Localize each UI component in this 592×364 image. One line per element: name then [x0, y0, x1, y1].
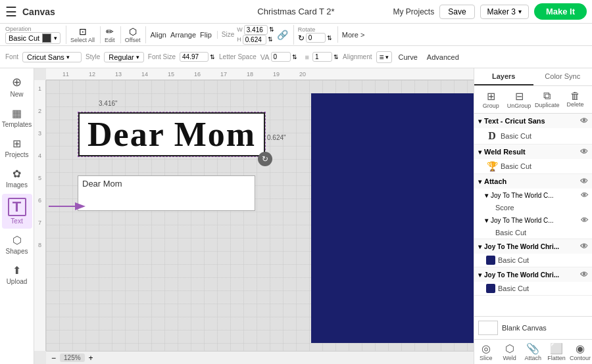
font-size-stepper[interactable]: ⇅: [210, 54, 215, 60]
sidebar-item-new[interactable]: ⊕ New: [2, 71, 32, 102]
delete-icon: 🗑: [570, 90, 580, 101]
advanced-label[interactable]: Advanced: [424, 53, 462, 61]
align-label[interactable]: Align: [150, 31, 166, 39]
panel-tabs: Layers Color Sync: [474, 68, 592, 86]
canvas-area[interactable]: 11 12 13 14 15 16 17 18 19 20 1234 5678 …: [34, 68, 474, 364]
layer-item-weld-basic-cut[interactable]: 🏆 Basic Cut: [474, 159, 592, 173]
contour-button[interactable]: ◉ Contour: [568, 340, 592, 364]
flip-label[interactable]: Flip: [200, 31, 212, 39]
make-it-button[interactable]: Make It: [534, 3, 587, 20]
bottom-tools: ◎ Slice ⬡ Weld 📎 Attach ⬜ Flatten ◉ Cont…: [474, 339, 592, 364]
operation-value: Basic Cut: [9, 34, 39, 42]
line-space-icon: ≡: [305, 53, 311, 61]
ungroup-button[interactable]: ⊟ UnGroup: [505, 89, 533, 110]
eye-icon[interactable]: 👁: [581, 191, 588, 199]
attach-joy2-subgroup: ▾ Joy To The World C... 👁 Basic Cut: [474, 214, 592, 239]
app-title: Canvas: [22, 7, 55, 17]
blank-canvas-swatch[interactable]: [478, 321, 498, 335]
text-element[interactable]: Dear Mom ↻: [78, 112, 266, 157]
maker-button[interactable]: Maker 3 ▾: [480, 5, 529, 19]
width-stepper-icon[interactable]: ⇅: [269, 26, 274, 33]
layer-header-attach[interactable]: ▾ Attach 👁: [474, 174, 592, 189]
layer-header-joy2[interactable]: ▾ Joy To The World C... 👁: [480, 214, 592, 227]
eye-icon[interactable]: 👁: [580, 177, 588, 186]
contour-label: Contour: [570, 355, 591, 361]
layer-header-weld[interactable]: ▾ Weld Result 👁: [474, 145, 592, 159]
duplicate-label: Duplicate: [535, 102, 560, 108]
layer-header-joy-chri1[interactable]: ▾ Joy To The World Chri... 👁: [474, 239, 592, 254]
select-all-label[interactable]: Select All: [70, 37, 95, 43]
menu-icon[interactable]: ☰: [5, 4, 17, 20]
joy-chri1-basic-label: Basic Cut: [498, 256, 588, 264]
width-input[interactable]: [244, 25, 268, 35]
eye-icon[interactable]: 👁: [580, 116, 588, 125]
sidebar-item-shapes[interactable]: ⬡ Shapes: [2, 230, 32, 259]
zoom-in-button[interactable]: +: [89, 353, 93, 363]
sidebar-item-templates[interactable]: ▦ Templates: [2, 103, 32, 132]
alignment-dropdown[interactable]: ≡ ▾: [376, 51, 392, 63]
layer-item-text-basic-cut[interactable]: D Basic Cut: [474, 128, 592, 144]
font-dropdown[interactable]: Cricut Sans ▾: [22, 52, 82, 62]
ruler-horizontal: 11 12 13 14 15 16 17 18 19 20: [46, 68, 474, 80]
group-button[interactable]: ⊞ Group: [477, 89, 505, 110]
projects-icon: ⊞: [12, 137, 21, 150]
curve-label[interactable]: Curve: [396, 53, 420, 61]
edit-group: ✏ Edit: [105, 26, 121, 43]
line-space-input[interactable]: [312, 52, 332, 62]
rotate-input[interactable]: [306, 33, 326, 43]
flatten-button[interactable]: ⬜ Flatten: [545, 340, 568, 364]
letter-space-stepper[interactable]: ⇅: [292, 54, 297, 60]
weld-button[interactable]: ⬡ Weld: [498, 340, 522, 364]
duplicate-button[interactable]: ⧉ Duplicate: [533, 89, 562, 110]
arrange-label[interactable]: Arrange: [170, 31, 196, 39]
layer-header-text-cricut[interactable]: ▾ Text - Cricut Sans 👁: [474, 114, 592, 128]
delete-button[interactable]: 🗑 Delete: [561, 89, 589, 110]
layer-item-joy-chri2-basic[interactable]: Basic Cut: [474, 282, 592, 295]
edit-label[interactable]: Edit: [105, 37, 115, 43]
text-display: Dear Mom: [78, 112, 265, 156]
height-stepper-icon[interactable]: ⇅: [268, 36, 273, 43]
layer-item-joy1-score[interactable]: Score: [480, 202, 592, 214]
font-size-input[interactable]: [180, 52, 209, 62]
eye-icon[interactable]: 👁: [580, 147, 588, 156]
line-space-stepper[interactable]: ⇅: [333, 54, 339, 60]
eye-icon[interactable]: 👁: [580, 270, 588, 279]
slice-label: Slice: [480, 355, 493, 361]
sidebar-label-templates: Templates: [2, 121, 32, 128]
sidebar-item-upload[interactable]: ⬆ Upload: [2, 260, 32, 289]
weld-trophy-icon: 🏆: [486, 161, 498, 171]
tab-layers[interactable]: Layers: [474, 68, 533, 85]
layer-header-joy1[interactable]: ▾ Joy To The World C... 👁: [480, 189, 592, 202]
offset-label[interactable]: Offset: [125, 37, 141, 43]
sidebar-item-text[interactable]: T Text: [2, 194, 32, 229]
attach-tool-label: Attach: [525, 355, 542, 361]
slice-button[interactable]: ◎ Slice: [474, 340, 498, 364]
operation-dropdown[interactable]: Basic Cut ▾: [5, 32, 61, 44]
my-projects-button[interactable]: My Projects: [393, 7, 435, 16]
text-edit-box[interactable]: Dear Mom: [78, 175, 255, 211]
eye-icon[interactable]: 👁: [581, 216, 588, 224]
upload-icon: ⬆: [12, 264, 21, 277]
rotate-stepper-icon[interactable]: ⇅: [327, 35, 332, 41]
layer-item-joy2-basic-cut[interactable]: Basic Cut: [480, 227, 592, 239]
joy-chri2-color-box: [486, 284, 495, 293]
eye-icon[interactable]: 👁: [580, 242, 588, 251]
blank-canvas-panel: Blank Canvas: [474, 316, 592, 339]
style-dropdown[interactable]: Regular ▾: [104, 52, 144, 62]
layer-item-joy-chri1-basic[interactable]: Basic Cut: [474, 254, 592, 267]
zoom-out-button[interactable]: −: [51, 353, 56, 363]
text-d-icon: D: [486, 130, 498, 142]
layer-header-joy-chri2[interactable]: ▾ Joy To The World Chri... 👁: [474, 267, 592, 282]
lock-icon[interactable]: 🔗: [277, 30, 288, 40]
sidebar-item-projects[interactable]: ⊞ Projects: [2, 133, 32, 162]
more-button[interactable]: More >: [342, 31, 365, 39]
rotate-handle[interactable]: ↻: [258, 152, 272, 166]
height-input[interactable]: [243, 35, 266, 45]
letter-space-input[interactable]: [271, 52, 291, 62]
save-button[interactable]: Save: [439, 5, 474, 19]
attach-tool-button[interactable]: 📎 Attach: [522, 340, 545, 364]
zoom-level: 125%: [60, 353, 85, 362]
sidebar-item-images[interactable]: ✿ Images: [2, 164, 32, 193]
tab-color-sync[interactable]: Color Sync: [533, 68, 593, 85]
color-swatch[interactable]: [42, 34, 51, 43]
